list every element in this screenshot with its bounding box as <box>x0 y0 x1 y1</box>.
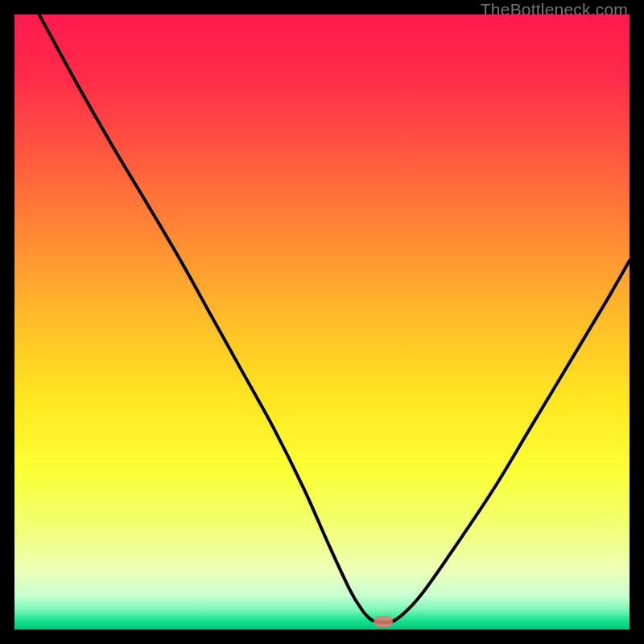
optimal-point-marker <box>374 616 393 627</box>
chart-frame: TheBottleneck.com <box>0 0 644 644</box>
plot-area <box>14 14 630 630</box>
bottleneck-curve <box>14 14 630 630</box>
